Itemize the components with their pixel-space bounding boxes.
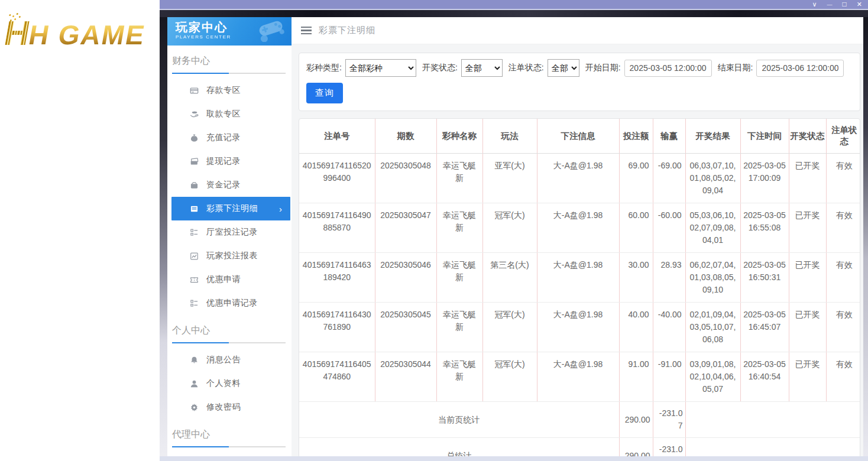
cell-bet-id: 401569174116405474860: [299, 352, 375, 402]
app-window: 玩家中心 PLAYERS CENTER: [160, 0, 868, 461]
cell-bet-time: 2025-03-05 16:45:07: [740, 303, 789, 352]
column-header-bet-id: 注单号: [299, 119, 375, 154]
hand-coin-icon: [189, 109, 199, 119]
draw-status-select[interactable]: 全部: [461, 59, 503, 77]
bell-icon: [189, 355, 199, 365]
hamburger-menu-icon[interactable]: [301, 25, 312, 37]
summary-row: 总统计290.00-231.07: [299, 438, 860, 457]
bet-details-table-card: 注单号期数彩种名称玩法下注信息投注额输赢开奖结果下注时间开奖状态注单状态 401…: [299, 118, 860, 456]
cell-period: 20250305046: [375, 253, 436, 303]
card-icon: [189, 86, 199, 95]
cell-lottery-name: 幸运飞艇新: [436, 352, 482, 402]
cell-play-type: 冠军(大): [482, 352, 537, 402]
table-row: 40156917411646318942020250305046幸运飞艇新第三名…: [299, 253, 860, 303]
window-frame-left: [160, 17, 167, 456]
end-date-label: 结束日期:: [718, 63, 753, 73]
close-icon[interactable]: [857, 0, 862, 9]
table-header-row: 注单号期数彩种名称玩法下注信息投注额输赢开奖结果下注时间开奖状态注单状态: [299, 119, 860, 154]
cell-lottery-name: 幸运飞艇新: [436, 154, 482, 203]
section-underline: [172, 73, 286, 74]
sidebar-item-lottery-bet-details[interactable]: 彩票下注明细: [171, 197, 290, 220]
cell-bet-id: 401569174116463189420: [299, 253, 375, 303]
cell-play-type: 第三名(大): [482, 253, 537, 303]
form-list-icon: [189, 228, 199, 237]
main-header: 彩票下注明细: [292, 17, 863, 44]
window-frame-right: [863, 17, 868, 456]
lottery-type-select[interactable]: 全部彩种: [345, 59, 416, 77]
sidebar-section-title: 财务中心: [172, 55, 292, 67]
cell-lottery-name: 幸运飞艇新: [436, 253, 482, 303]
summary-win-total: -231.07: [653, 402, 685, 438]
sidebar-item-player-bet-report[interactable]: 玩家投注报表: [171, 244, 290, 268]
sidebar-section-title: 代理中心: [172, 428, 292, 441]
cell-draw-result: 06,03,07,10,01,08,05,02,09,04: [685, 154, 740, 203]
filter-panel: 彩种类型: 全部彩种 开奖状态: 全部: [299, 53, 860, 111]
sidebar-item-label: 资金记录: [206, 180, 241, 190]
cash-icon: [189, 157, 199, 166]
sidebar-item-label: 优惠申请记录: [206, 298, 258, 309]
cell-bet-info: 大-A盘@1.98: [537, 352, 619, 402]
cell-bet-amount: 40.00: [619, 303, 653, 352]
sidebar-section-items: 消息公告个人资料修改密码: [167, 348, 292, 419]
sidebar-item-room-bet-records[interactable]: 厅室投注记录: [171, 220, 290, 244]
window-frame-top: [160, 10, 868, 17]
cell-bet-id: 401569174116490885870: [299, 203, 375, 253]
purse-icon: [189, 180, 199, 190]
cell-period: 20250305048: [375, 154, 436, 203]
sidebar-item-agent-rules[interactable]: 代理规则说明: [171, 452, 290, 456]
cell-bet-amount: 30.00: [619, 253, 653, 303]
cell-draw-status: 已开奖: [789, 203, 826, 253]
sidebar-item-label: 厅室投注记录: [206, 227, 258, 238]
column-header-period: 期数: [375, 119, 436, 154]
lottery-type-label: 彩种类型:: [306, 63, 342, 73]
cell-play-type: 冠军(大): [482, 303, 537, 352]
cell-play-type: 亚军(大): [482, 154, 537, 203]
summary-filler: [685, 438, 860, 457]
sidebar-item-withdraw-zone[interactable]: 取款专区: [171, 102, 290, 126]
sidebar-item-fund-records[interactable]: 资金记录: [171, 173, 290, 197]
bet-status-select[interactable]: 全部: [548, 59, 579, 77]
sidebar-item-personal-profile[interactable]: 个人资料: [171, 372, 290, 395]
cell-win-loss: -69.00: [653, 154, 685, 203]
bet-status-label: 注单状态:: [509, 63, 544, 73]
window-titlebar: [160, 0, 868, 9]
column-header-bet-info: 下注信息: [537, 119, 619, 154]
sidebar-item-label: 彩票下注明细: [206, 203, 258, 214]
cell-bet-time: 2025-03-05 16:40:54: [740, 352, 789, 402]
cell-bet-status: 有效: [826, 203, 860, 253]
window-body: 玩家中心 PLAYERS CENTER: [167, 17, 863, 456]
minimize-icon[interactable]: [827, 0, 833, 9]
table-row: 40156917411652099640020250305048幸运飞艇新亚军(…: [299, 154, 860, 203]
cell-bet-info: 大-A盘@1.98: [537, 154, 619, 203]
sidebar-item-message-announcements[interactable]: 消息公告: [171, 348, 290, 372]
summary-filler: [685, 402, 860, 438]
sidebar-item-recharge-records[interactable]: 充值记录: [171, 126, 290, 150]
cell-draw-result: 05,03,06,10,02,07,09,08,04,01: [685, 203, 740, 253]
column-header-lottery-name: 彩种名称: [436, 119, 482, 154]
logo-text: H GAME: [27, 21, 147, 48]
cell-bet-status: 有效: [826, 253, 860, 303]
sidebar-item-promo-apply[interactable]: 优惠申请: [171, 268, 290, 291]
cell-draw-status: 已开奖: [789, 352, 826, 402]
cell-win-loss: -60.00: [653, 203, 685, 253]
column-header-bet-time: 下注时间: [740, 119, 789, 154]
sidebar-item-promo-apply-records[interactable]: 优惠申请记录: [171, 291, 290, 315]
cell-bet-time: 2025-03-05 16:50:31: [740, 253, 789, 303]
section-underline: [172, 446, 286, 447]
sidebar: 玩家中心 PLAYERS CENTER: [167, 17, 292, 456]
page-title: 彩票下注明细: [319, 25, 375, 36]
maximize-icon[interactable]: [843, 0, 847, 9]
cell-bet-amount: 69.00: [619, 154, 653, 203]
cell-period: 20250305045: [375, 303, 436, 352]
sidebar-item-deposit-zone[interactable]: 存款专区: [171, 79, 290, 102]
main-body: 彩种类型: 全部彩种 开奖状态: 全部: [292, 44, 863, 456]
sidebar-header: 玩家中心 PLAYERS CENTER: [167, 17, 292, 46]
sidebar-item-change-password[interactable]: 修改密码: [171, 395, 290, 419]
end-date-input[interactable]: [756, 60, 844, 77]
cell-draw-result: 03,09,01,08,02,10,04,06,05,07: [685, 352, 740, 402]
search-button[interactable]: 查询: [306, 83, 343, 103]
chevron-down-icon[interactable]: [812, 0, 817, 9]
sidebar-item-withdrawal-records[interactable]: 提现记录: [171, 150, 290, 173]
sidebar-section-title: 个人中心: [172, 324, 292, 337]
start-date-input[interactable]: [624, 60, 712, 77]
